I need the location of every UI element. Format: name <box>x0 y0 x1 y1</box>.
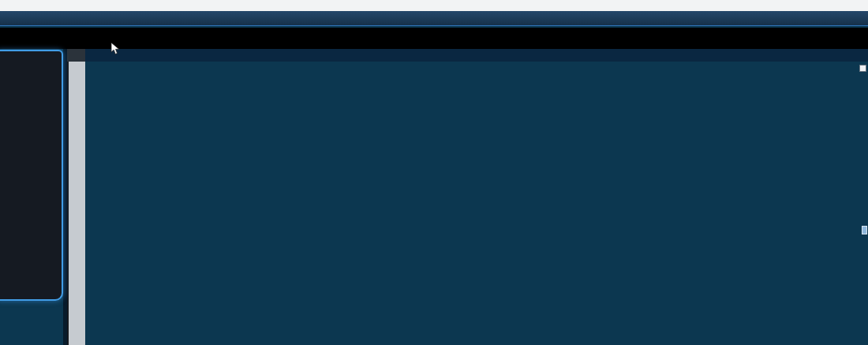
piano-keyboard[interactable] <box>67 62 85 345</box>
menu-bar <box>0 0 868 11</box>
ruler-corner <box>67 49 85 62</box>
event-end-handle[interactable] <box>862 226 867 234</box>
event-marker-badge <box>859 65 866 72</box>
info-line <box>0 28 868 49</box>
inspector-sidebar <box>0 50 63 301</box>
variaudio-grid[interactable] <box>85 62 868 345</box>
mouse-cursor-icon <box>110 43 121 58</box>
toolbar <box>0 11 868 26</box>
cubase-sample-editor-window <box>0 0 868 345</box>
timeline-ruler[interactable] <box>85 49 868 62</box>
